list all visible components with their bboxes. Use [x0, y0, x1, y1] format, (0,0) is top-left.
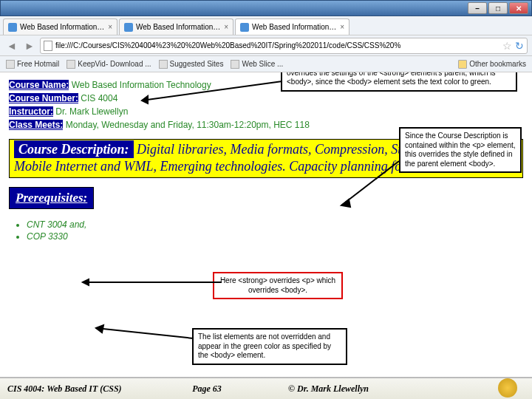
page-icon: [124, 23, 133, 32]
ucf-logo-icon: [498, 378, 517, 398]
prerequisites-list: CNT 3004 and, COP 3330: [27, 219, 532, 242]
footer-page: Page 63: [155, 383, 259, 395]
svg-line-6: [96, 328, 194, 338]
bookmark-label: Web Slice ...: [242, 60, 283, 68]
url-text: file:///C:/Courses/CIS%204004%23%20%20We…: [55, 41, 499, 50]
callout-strong-override: Notice that all text within the <strong>…: [281, 72, 517, 92]
favicon-icon: [66, 60, 75, 69]
instructor-name: Dr. Mark Llewellyn: [53, 106, 128, 117]
favicon-icon: [6, 60, 15, 69]
tab-label: Web Based Information T...: [136, 23, 221, 31]
forward-button[interactable]: ►: [22, 38, 37, 53]
tab-label: Web Based Information T...: [252, 23, 337, 31]
svg-marker-3: [341, 200, 350, 207]
bookmark-label: Free Hotmail: [17, 60, 59, 68]
course-number: CIS 4004: [78, 93, 117, 103]
page-icon: [44, 41, 52, 51]
favicon-icon: [159, 60, 168, 69]
class-meets-label: Class Meets:: [9, 120, 63, 130]
tab-close-icon[interactable]: ×: [108, 23, 112, 31]
page-content: Course Name: Web Based Information Techn…: [0, 72, 532, 377]
course-name: Web Based Information Technology: [69, 80, 211, 90]
course-name-label: Course Name:: [9, 80, 69, 90]
bookmark-label: Suggested Sites: [170, 60, 224, 68]
footer-left: CIS 4004: Web Based IT (CSS): [7, 383, 155, 395]
prerequisites-label: Prerequisites:: [10, 188, 93, 208]
back-button[interactable]: ◄: [4, 38, 19, 53]
window-buttons: – □ ✕: [468, 2, 528, 14]
bookmarks-bar: Free Hotmail KeepVid- Download ... Sugge…: [0, 56, 532, 72]
browser-tab-active[interactable]: Web Based Information T... ×: [235, 18, 349, 35]
list-item: COP 3330: [27, 231, 532, 242]
course-number-label: Course Number:: [9, 93, 78, 103]
bookmark-label: KeepVid- Download ...: [78, 60, 151, 68]
list-item: CNT 3004 and,: [27, 219, 532, 230]
browser-tab[interactable]: Web Based Information T... ×: [119, 18, 233, 35]
callout-list-green: The list elements are not overridden and…: [192, 328, 347, 365]
bookmark-item[interactable]: Suggested Sites: [159, 60, 224, 69]
footer-copyright: © Dr. Mark Llewellyn: [259, 383, 525, 395]
page-icon: [240, 23, 249, 32]
callout-strong-p-body: Here <strong> overrides <p> which overri…: [213, 272, 343, 299]
slide-footer: CIS 4004: Web Based IT (CSS) Page 63 © D…: [0, 377, 532, 399]
bookmark-item[interactable]: Web Slice ...: [231, 60, 283, 69]
bookmark-star-icon[interactable]: ☆: [502, 40, 512, 52]
tab-bar: Web Based Information T... × Web Based I…: [0, 16, 532, 35]
address-bar: ◄ ► file:///C:/Courses/CIS%204004%23%20%…: [0, 35, 532, 56]
bookmark-label: Other bookmarks: [469, 60, 526, 68]
maximize-button[interactable]: □: [488, 2, 508, 14]
url-input[interactable]: file:///C:/Courses/CIS%204004%23%20%20We…: [40, 38, 528, 54]
bookmark-item[interactable]: KeepVid- Download ...: [66, 60, 151, 69]
svg-marker-7: [96, 325, 103, 332]
browser-tab[interactable]: Web Based Information T... ×: [3, 18, 117, 35]
window-titlebar: – □ ✕: [0, 0, 532, 16]
svg-marker-5: [83, 279, 89, 285]
description-label: Course Description:: [14, 140, 134, 158]
bookmark-item[interactable]: Free Hotmail: [6, 60, 59, 69]
instructor-label: Instructor:: [9, 106, 53, 117]
bookmark-item[interactable]: Other bookmarks: [458, 60, 526, 69]
favicon-icon: [231, 60, 239, 69]
minimize-button[interactable]: –: [468, 2, 487, 14]
refresh-icon[interactable]: ↻: [515, 40, 524, 52]
prerequisites-block: Prerequisites:: [9, 187, 94, 209]
tab-close-icon[interactable]: ×: [340, 23, 344, 31]
tab-close-icon[interactable]: ×: [224, 23, 228, 31]
close-button[interactable]: ✕: [509, 2, 528, 14]
tab-label: Web Based Information T...: [20, 23, 105, 31]
class-meets: Monday, Wednesday and Friday, 11:30am-12…: [63, 120, 310, 130]
page-icon: [8, 23, 17, 32]
folder-icon: [458, 60, 467, 69]
callout-p-override: Since the Course Description is containe…: [399, 127, 522, 173]
